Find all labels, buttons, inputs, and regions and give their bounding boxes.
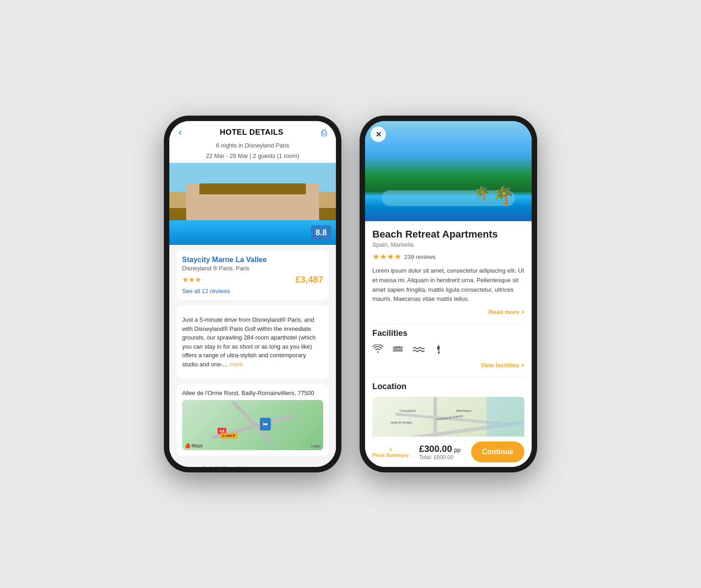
palm-tree-icon: 🌴 (492, 185, 515, 206)
hotel-dates: 22 Mar - 28 Mar | 2 guests (1 room) (169, 152, 336, 163)
hotel-address-card: Allee de l'Orme Rond, Bailly-Romainvilli… (177, 384, 329, 456)
hotel-location-map[interactable]: Avenida de Ramón Altamirano Compasión Ho… (372, 397, 524, 436)
palm-tree2-icon: 🌴 (473, 185, 490, 201)
s2-description: Lorem ipsum dolor sit amet, consectetur … (372, 266, 524, 304)
phone1-inner: ‹ HOTEL DETAILS ⎙ 6 nights in Disneyland… (169, 121, 336, 467)
total-price: Total: £600.00 (419, 454, 461, 461)
s2-body: Beach Retreat Apartments Spain, Marbella… (365, 221, 532, 436)
price-block: £300.00 pp Total: £600.00 (419, 444, 461, 461)
location-title: Location (372, 382, 524, 391)
close-button[interactable]: ✕ (371, 127, 386, 142)
per-person-label: pp (454, 446, 461, 453)
s2-location: Spain, Marbella (372, 241, 524, 248)
hotel-price: £3,487 (295, 274, 323, 285)
hotel-name: Staycity Marne La Vallee (182, 256, 323, 264)
view-facilities-link[interactable]: View facilities > (372, 360, 524, 373)
page-title: HOTEL DETAILS (220, 128, 284, 137)
hero-image: 🌴 🌴 ✕ (365, 121, 532, 221)
hotel-description: Just a 5-minute drive from Disneyland® P… (182, 315, 323, 369)
pool-icon (412, 345, 425, 356)
price-summary-label: Price Summary (372, 452, 409, 458)
apple-maps-logo: 🍎 Maps (185, 443, 203, 448)
wifi-icon (372, 345, 383, 356)
map-label-d: D 344 P (220, 433, 237, 439)
hotel-map[interactable]: 🛏 A4 D 344 P 🍎 Maps Legal (182, 400, 323, 450)
nav-bar: ‹ HOTEL DETAILS ⎙ (169, 121, 336, 140)
bottom-bar: ∧ Price Summary £300.00 pp Total: £600.0… (365, 436, 532, 467)
back-button[interactable]: ‹ (178, 127, 182, 138)
screens-container: ‹ HOTEL DETAILS ⎙ 6 nights in Disneyland… (164, 116, 537, 472)
s2-hotel-name: Beach Retreat Apartments (372, 228, 524, 240)
facilities-title: Facilities (372, 329, 524, 338)
map-marker: 🛏 (260, 418, 271, 431)
hotel-info-card: Staycity Marne La Vallee Disneyland ® Pa… (177, 250, 329, 300)
s2-stars-row: ★★★★ 239 reviews (372, 252, 524, 262)
room-price: £300.00 (419, 444, 452, 454)
hotel-address: Allee de l'Orme Rond, Bailly-Romainvilli… (182, 390, 323, 396)
svg-point-0 (438, 352, 440, 354)
hotel-content[interactable]: Staycity Marne La Vallee Disneyland ® Pa… (169, 245, 336, 467)
main-price-display: £300.00 pp (419, 444, 461, 454)
hotel-subtitle: 6 nights in Disneyland Paris (169, 140, 336, 152)
reviews-link[interactable]: See all 12 reviews (182, 288, 323, 294)
more-link[interactable]: more (229, 361, 243, 368)
s2-reviews: 239 reviews (404, 253, 436, 260)
chevron-up-icon: ∧ (389, 446, 393, 452)
continue-button[interactable]: Continue (471, 441, 524, 462)
phone-screen2: 🌴 🌴 ✕ Beach Retreat Apartments Spain, Ma… (360, 116, 537, 472)
rating-badge: 8.8 (311, 225, 331, 240)
price-summary[interactable]: ∧ Price Summary (372, 446, 409, 458)
stars-price-row: ★★★ £3,487 (182, 274, 323, 285)
hotel-image: 8.8 (169, 163, 336, 245)
screen2-scroll[interactable]: 🌴 🌴 ✕ Beach Retreat Apartments Spain, Ma… (365, 121, 532, 436)
map-legal: Legal (310, 444, 320, 448)
hotel-location: Disneyland ® Paris, Paris (182, 265, 323, 272)
bar-icon (434, 344, 443, 357)
read-more-link[interactable]: Read more > (372, 307, 524, 320)
divider1 (372, 324, 524, 324)
s2-hotel-stars: ★★★★ (372, 252, 401, 262)
phone2-inner: 🌴 🌴 ✕ Beach Retreat Apartments Spain, Ma… (365, 121, 532, 467)
hotel-description-card: Just a 5-minute drive from Disneyland® P… (177, 305, 329, 379)
see-more-link[interactable]: See more hotel information (177, 461, 329, 467)
facilities-icons-row (372, 344, 524, 357)
fan-icon (392, 345, 403, 356)
divider2 (372, 377, 524, 377)
phone-screen1: ‹ HOTEL DETAILS ⎙ 6 nights in Disneyland… (164, 116, 341, 472)
hotel-stars: ★★★ (182, 275, 201, 284)
share-button[interactable]: ⎙ (321, 127, 327, 138)
